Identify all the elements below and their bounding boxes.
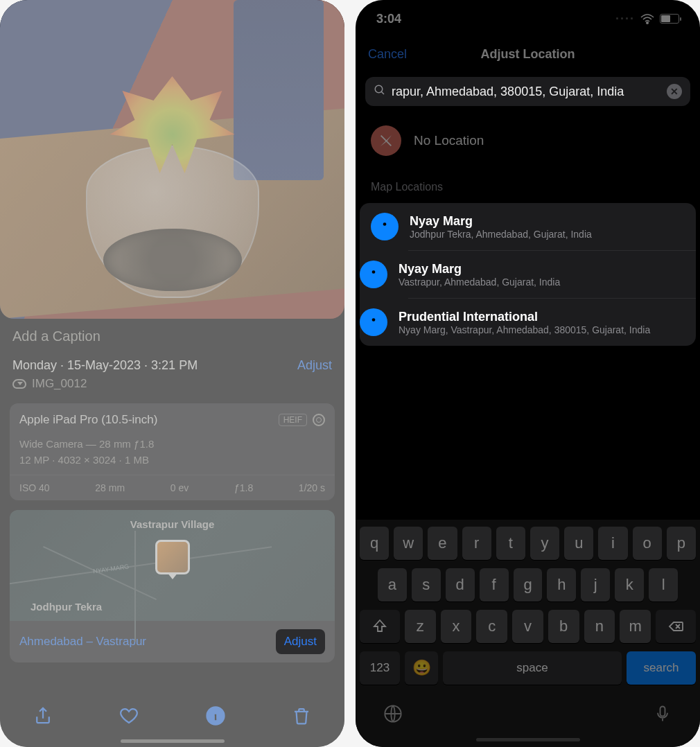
result-title: Nyay Marg (399, 262, 685, 276)
svg-point-3 (383, 222, 387, 226)
map-area-label-jodhpur: Jodhpur Tekra (30, 601, 102, 613)
cellular-icon: ···· (615, 12, 635, 26)
map-area-label-village: Vastrapur Village (130, 518, 214, 530)
search-key[interactable]: search (627, 651, 696, 685)
map-location-label: Ahmedabad – Vastrapur (19, 635, 146, 649)
key-f[interactable]: f (480, 568, 509, 601)
location-search-input[interactable] (392, 85, 661, 99)
lens-line: Wide Camera — 28 mm ƒ1.8 (19, 437, 325, 452)
status-time: 3:04 (376, 12, 401, 26)
page-title: Adjust Location (481, 47, 575, 62)
location-result-row[interactable]: Nyay Marg Vastrapur, Ahmedabad, Gujarat,… (408, 250, 696, 298)
location-result-row[interactable]: Prudential International Nyay Marg, Vast… (408, 298, 696, 346)
bottom-toolbar (0, 693, 344, 741)
specs-line: 12 MP · 4032 × 3024 · 1 MB (19, 452, 325, 468)
section-header-map-locations: Map Locations (356, 175, 700, 199)
ios-keyboard: qwertyuiop asdfghjkl zxcvbnm 123 😀 space… (356, 520, 700, 747)
key-o[interactable]: o (633, 527, 662, 560)
key-k[interactable]: k (615, 568, 644, 601)
key-c[interactable]: c (476, 610, 507, 643)
result-subtitle: Jodhpur Tekra, Ahmedabad, Gujarat, India (410, 229, 685, 240)
photo-preview[interactable] (0, 0, 344, 319)
focal-value: 28 mm (95, 482, 125, 493)
location-result-row[interactable]: Nyay Marg Jodhpur Tekra, Ahmedabad, Guja… (360, 203, 696, 250)
map-road-label: NYAY-MARG (93, 563, 130, 574)
aperture-value: ƒ1.8 (234, 482, 253, 493)
no-location-row[interactable]: No Location (356, 106, 700, 175)
key-r[interactable]: r (462, 527, 491, 560)
adjust-location-screen: 3:04 ···· Cancel Adjust Location ✕ No Lo… (356, 0, 700, 747)
key-q[interactable]: q (360, 527, 389, 560)
key-u[interactable]: u (564, 527, 593, 560)
backspace-key[interactable] (656, 610, 696, 643)
key-x[interactable]: x (441, 610, 472, 643)
date-time-label: Monday · 15-May-2023 · 3:21 PM (12, 358, 198, 373)
iso-value: ISO 40 (19, 482, 50, 493)
result-subtitle: Nyay Marg, Vastrapur, Ahmedabad, 380015,… (399, 324, 685, 335)
key-v[interactable]: v (512, 610, 543, 643)
wifi-icon (640, 14, 654, 24)
shift-key[interactable] (360, 610, 400, 643)
caption-field[interactable]: Add a Caption (0, 319, 344, 354)
status-bar: 3:04 ···· (356, 0, 700, 37)
result-title: Prudential International (399, 310, 685, 324)
raw-indicator-icon (313, 414, 325, 426)
format-badge: HEIF (279, 414, 307, 426)
home-indicator[interactable] (121, 739, 225, 743)
map-pin-icon (360, 261, 387, 288)
no-location-label: No Location (414, 133, 484, 148)
key-l[interactable]: l (649, 568, 678, 601)
svg-rect-7 (660, 707, 665, 717)
key-z[interactable]: z (405, 610, 436, 643)
ev-value: 0 ev (170, 482, 189, 493)
dictation-icon[interactable] (653, 704, 672, 726)
key-i[interactable]: i (598, 527, 627, 560)
svg-point-1 (375, 85, 383, 93)
key-g[interactable]: g (514, 568, 543, 601)
numbers-key[interactable]: 123 (360, 651, 400, 685)
search-icon (374, 84, 386, 99)
key-t[interactable]: t (496, 527, 525, 560)
shutter-value: 1/20 s (299, 482, 325, 493)
key-a[interactable]: a (378, 568, 407, 601)
no-location-icon (371, 125, 401, 156)
map-pin-icon (360, 308, 387, 336)
emoji-key[interactable]: 😀 (405, 651, 438, 685)
camera-info-card: Apple iPad Pro (10.5-inch) HEIF Wide Cam… (10, 403, 335, 500)
cloud-download-icon (12, 379, 26, 389)
clear-search-icon[interactable]: ✕ (667, 84, 682, 99)
key-w[interactable]: w (394, 527, 423, 560)
trash-icon[interactable] (291, 705, 312, 729)
location-results-list: Nyay Marg Jodhpur Tekra, Ahmedabad, Guja… (360, 203, 696, 346)
share-icon[interactable] (33, 705, 53, 729)
key-j[interactable]: j (581, 568, 610, 601)
result-subtitle: Vastrapur, Ahmedabad, Gujarat, India (399, 276, 685, 288)
key-n[interactable]: n (584, 610, 615, 643)
home-indicator[interactable] (476, 738, 580, 741)
result-title: Nyay Marg (410, 214, 685, 229)
map-photo-pin[interactable] (155, 540, 190, 574)
adjust-location-button[interactable]: Adjust (276, 629, 325, 654)
filename-label: IMG_0012 (32, 377, 87, 391)
adjust-date-button[interactable]: Adjust (297, 358, 332, 373)
map-pin-icon (371, 213, 399, 240)
heart-icon[interactable] (119, 705, 139, 729)
key-y[interactable]: y (530, 527, 559, 560)
key-d[interactable]: d (446, 568, 475, 601)
search-field-container: ✕ (365, 77, 690, 106)
key-p[interactable]: p (667, 527, 696, 560)
key-s[interactable]: s (412, 568, 441, 601)
space-key[interactable]: space (443, 651, 622, 685)
key-m[interactable]: m (620, 610, 651, 643)
photos-info-screen: Add a Caption Monday · 15-May-2023 · 3:2… (0, 0, 344, 747)
device-name: Apple iPad Pro (10.5-inch) (19, 413, 157, 427)
info-icon[interactable] (205, 705, 226, 729)
key-b[interactable]: b (548, 610, 579, 643)
key-h[interactable]: h (547, 568, 576, 601)
location-map-card[interactable]: NYAY-MARG Vastrapur Village Jodhpur Tekr… (10, 510, 335, 662)
svg-point-4 (372, 270, 376, 274)
cancel-button[interactable]: Cancel (368, 47, 407, 62)
key-e[interactable]: e (428, 527, 457, 560)
svg-point-5 (372, 318, 376, 322)
globe-icon[interactable] (383, 704, 403, 726)
